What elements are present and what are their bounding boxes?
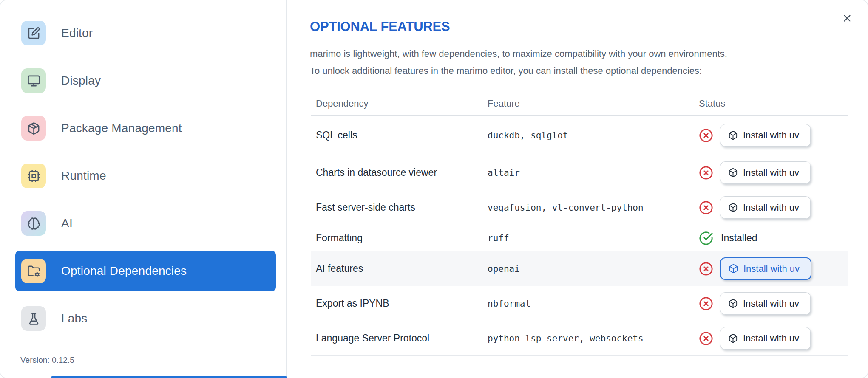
install-button-label: Install with uv (743, 298, 799, 309)
square-pen-icon (21, 21, 46, 45)
feature-cell: nbformat (488, 299, 699, 309)
table-row: SQL cells duckdb, sqlglot Install with u… (311, 116, 848, 155)
status-cell: Install with uv (699, 292, 848, 315)
table-row: Language Server Protocol python-lsp-serv… (311, 321, 848, 356)
monitor-icon (21, 68, 46, 93)
folder-cog-icon (21, 259, 46, 283)
circle-x-icon (699, 128, 713, 143)
table-row: Charts in datasource viewer altair Insta… (311, 155, 848, 190)
feature-cell: ruff (488, 233, 699, 243)
flask-icon (21, 306, 46, 331)
status-cell: Install with uv (699, 161, 848, 184)
install-button-label: Install with uv (743, 167, 799, 178)
status-cell: Install with uv (699, 124, 848, 147)
install-with-uv-button[interactable]: Install with uv (720, 327, 811, 350)
sidebar-item-label: AI (61, 217, 73, 230)
box-icon (728, 333, 738, 343)
box-icon (728, 299, 738, 308)
table-row: Fast server-side charts vegafusion, vl-c… (311, 190, 848, 225)
dependency-cell: Fast server-side charts (311, 202, 488, 213)
feature-cell: duckdb, sqlglot (488, 130, 699, 141)
version-label: Version: 0.12.5 (20, 355, 74, 365)
install-with-uv-button[interactable]: Install with uv (720, 161, 811, 184)
install-with-uv-button[interactable]: Install with uv (720, 292, 811, 315)
settings-dialog: Editor Display Package Management Runtim… (0, 0, 868, 378)
circle-x-icon (699, 296, 713, 311)
sidebar-item-labs[interactable]: Labs (15, 298, 276, 339)
sidebar-item-editor[interactable]: Editor (15, 13, 276, 54)
box-icon (728, 203, 738, 212)
status-cell: Install with uv (699, 257, 848, 280)
sidebar-item-ai[interactable]: AI (15, 203, 276, 244)
sidebar-nav: Editor Display Package Management Runtim… (0, 0, 286, 339)
install-with-uv-button[interactable]: Install with uv (720, 196, 811, 219)
sidebar-item-display[interactable]: Display (15, 60, 276, 101)
dependency-cell: AI features (311, 263, 488, 274)
column-header-feature: Feature (488, 98, 699, 109)
status-cell: Install with uv (699, 196, 848, 219)
installed-status-label: Installed (721, 232, 757, 244)
sidebar-item-optional-dependencies[interactable]: Optional Dependencies (15, 251, 276, 291)
circle-x-icon (699, 166, 713, 180)
box-icon (729, 264, 738, 274)
sidebar-item-label: Runtime (61, 169, 106, 183)
install-button-label: Install with uv (743, 263, 800, 274)
close-button[interactable] (841, 12, 854, 25)
table-body: SQL cells duckdb, sqlglot Install with u… (311, 116, 848, 356)
column-header-dependency: Dependency (311, 98, 488, 109)
install-button-label: Install with uv (743, 333, 799, 344)
install-with-uv-button[interactable]: Install with uv (720, 257, 811, 280)
sidebar-item-label: Optional Dependencies (61, 264, 187, 278)
circle-x-icon (699, 331, 713, 346)
column-header-status: Status (699, 98, 848, 109)
circle-check-icon (699, 231, 713, 245)
package-icon (21, 116, 46, 141)
feature-cell: vegafusion, vl-convert-python (488, 203, 699, 213)
box-icon (728, 130, 738, 140)
feature-cell: openai (488, 264, 699, 274)
status-cell: Installed (699, 231, 848, 245)
bottom-accent-bar (51, 376, 287, 378)
dependency-cell: Charts in datasource viewer (311, 167, 488, 178)
cpu-icon (21, 164, 46, 188)
brain-icon (21, 211, 46, 236)
dependency-cell: Formatting (311, 232, 488, 244)
dependency-cell: SQL cells (311, 130, 488, 141)
sidebar-item-runtime[interactable]: Runtime (15, 155, 276, 196)
feature-cell: altair (488, 168, 699, 178)
dependencies-table: Dependency Feature Status SQL cells duck… (311, 92, 848, 356)
sidebar-item-label: Package Management (61, 121, 182, 135)
table-row: Export as IPYNB nbformat Install with uv (311, 286, 848, 321)
circle-x-icon (699, 262, 713, 276)
close-icon (842, 19, 853, 25)
sidebar: Editor Display Package Management Runtim… (0, 0, 287, 378)
circle-x-icon (699, 200, 713, 215)
install-button-label: Install with uv (743, 130, 799, 141)
table-row: Formatting ruff Installed (311, 225, 848, 251)
install-with-uv-button[interactable]: Install with uv (720, 124, 811, 147)
box-icon (728, 168, 738, 178)
panel-title: OPTIONAL FEATURES (310, 19, 450, 34)
status-cell: Install with uv (699, 327, 848, 350)
table-row: AI features openai Install with uv (311, 251, 848, 286)
feature-cell: python-lsp-server, websockets (488, 333, 699, 344)
sidebar-item-label: Editor (61, 26, 93, 40)
sidebar-item-label: Labs (61, 312, 88, 325)
install-button-label: Install with uv (743, 202, 799, 213)
sidebar-item-package-management[interactable]: Package Management (15, 108, 276, 149)
panel-description: marimo is lightweight, with few dependen… (310, 45, 841, 79)
dependency-cell: Language Server Protocol (311, 333, 488, 344)
table-header: Dependency Feature Status (311, 92, 848, 116)
dependency-cell: Export as IPYNB (311, 298, 488, 309)
optional-features-panel: OPTIONAL FEATURES marimo is lightweight,… (287, 0, 868, 378)
sidebar-item-label: Display (61, 74, 101, 87)
